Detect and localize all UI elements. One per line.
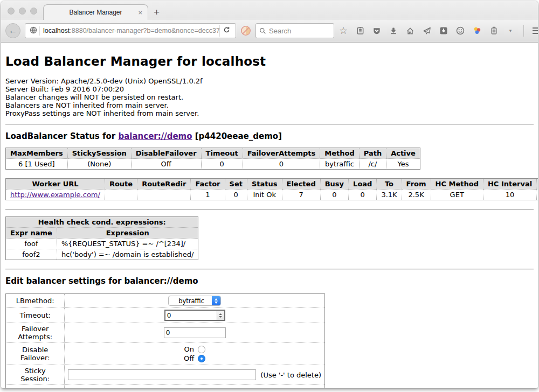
content-blocked-icon[interactable] (240, 25, 251, 36)
col-expr-name: Expr name (6, 228, 57, 239)
status-heading-prefix: LoadBalancer Status for (5, 131, 118, 141)
col-method: Method (320, 148, 359, 159)
timeout-label: Timeout: (6, 308, 65, 323)
col-hc-method: HC Method (431, 179, 483, 190)
balancer-summary-table: MaxMembers StickySession DisableFailover… (5, 148, 420, 170)
tab-bar: Balancer Manager × + (1, 1, 538, 19)
pocket-icon[interactable] (372, 26, 382, 36)
timeout-input-wrap (164, 310, 225, 321)
worker-url-link[interactable]: http://www.example.com/ (10, 191, 100, 199)
sticky-session-input[interactable] (68, 369, 256, 380)
lbmethod-label: LBmethod: (6, 294, 65, 308)
new-tab-button[interactable]: + (154, 6, 160, 18)
timeout-input[interactable] (165, 311, 217, 320)
color-palette-icon[interactable] (472, 26, 482, 36)
cell-route (105, 190, 137, 200)
table-row: http://www.example.com/ 1 0 Init Ok 7 0 … (6, 190, 538, 200)
tab-balancer-manager[interactable]: Balancer Manager × (43, 4, 148, 20)
cell-busy: 0 (320, 190, 348, 200)
cell-hc-method: GET (431, 190, 483, 200)
col-route: Route (105, 179, 137, 190)
table-row: foof %{REQUEST_STATUS} =~ /^[234]/ (6, 239, 198, 249)
search-bar[interactable] (255, 23, 334, 38)
failover-attempts-input[interactable] (164, 327, 226, 338)
containers-icon[interactable] (489, 26, 499, 36)
reload-button[interactable] (219, 25, 233, 37)
col-timeout: Timeout (201, 148, 243, 159)
cell-maxmembers: 6 [1 Used] (6, 159, 68, 170)
form-row-add-worker: Add New Worker: Are you sure? (6, 385, 325, 388)
back-button[interactable]: ← (5, 23, 20, 38)
col-set: Set (225, 179, 247, 190)
table-header-row: Expr name Expression (6, 228, 198, 239)
server-built-line: Server Built: Feb 9 2016 07:00:20 (5, 85, 534, 93)
home-icon[interactable] (405, 26, 415, 36)
cell-expression: %{REQUEST_STATUS} =~ /^[234]/ (57, 239, 198, 249)
cell-method: bytraffic (320, 159, 359, 170)
cell-status: Init Ok (247, 190, 282, 200)
url-text[interactable]: localhost:8880/balancer-manager?b=demo&n… (40, 27, 219, 34)
persist-notice-line: Balancer changes will NOT be persisted o… (5, 93, 534, 101)
close-window-button[interactable] (8, 8, 15, 15)
form-row-failover-attempts: Failover Attempts: (6, 323, 325, 343)
form-row-sticky-session: Sticky Session: (Use '-' to delete) (6, 365, 325, 385)
col-load: Load (349, 179, 377, 190)
table-title-row: Health check cond. expressions: (6, 217, 198, 228)
tab-title: Balancer Manager (69, 9, 122, 16)
cell-set: 0 (225, 190, 247, 200)
disable-failover-off-radio[interactable] (198, 355, 205, 362)
table-row: 6 [1 Used] (None) Off 0 0 bytraffic /c/ … (6, 159, 420, 170)
divider (5, 269, 534, 270)
form-row-disable-failover: Disable Failover: On Off (6, 343, 325, 365)
add-worker-label: Add New Worker: (6, 385, 65, 388)
zoom-window-button[interactable] (30, 8, 37, 15)
edit-balancer-heading: Edit balancer settings for balancer://de… (5, 276, 534, 286)
divider (5, 124, 534, 125)
table-header-row: Worker URL Route RouteRedir Factor Set S… (6, 179, 538, 190)
health-check-table: Health check cond. expressions: Expr nam… (5, 216, 198, 260)
tab-close-icon[interactable]: × (138, 9, 142, 17)
lbmethod-selected-value: bytraffic (169, 297, 212, 305)
number-spinner-icon[interactable] (217, 311, 224, 320)
cell-from: 2.5K (402, 190, 431, 200)
sticky-session-hint: (Use '-' to delete) (260, 371, 321, 379)
cell-disablefailover: Off (131, 159, 201, 170)
disable-failover-on-radio[interactable] (198, 346, 205, 353)
off-radio-label: Off (184, 354, 194, 363)
cell-expr-name: foof (6, 239, 57, 249)
status-heading-suffix: [p4420eeae_demo] (192, 131, 282, 141)
back-arrow-icon: ← (9, 26, 17, 36)
browser-window: Balancer Manager × + ← localhost:8880/ba… (1, 1, 538, 388)
balancer-demo-link[interactable]: balancer://demo (118, 131, 192, 141)
hamburger-menu-icon[interactable] (532, 26, 538, 36)
reading-list-icon[interactable] (355, 26, 365, 36)
download-icon[interactable] (389, 26, 398, 36)
send-tab-icon[interactable] (422, 26, 432, 36)
lbmethod-select[interactable]: bytraffic (168, 296, 221, 306)
col-expression: Expression (57, 228, 198, 239)
table-header-row: MaxMembers StickySession DisableFailover… (6, 148, 420, 159)
minimize-window-button[interactable] (19, 8, 26, 15)
col-status: Status (247, 179, 282, 190)
inherit-notice-line: Balancers are NOT inherited from main se… (5, 101, 534, 109)
dropdown-caret-icon[interactable]: ▾ (506, 26, 515, 36)
form-row-timeout: Timeout: (6, 308, 325, 323)
col-from: From (402, 179, 431, 190)
cell-expr-name: foof2 (6, 249, 57, 260)
col-maxmembers: MaxMembers (6, 148, 68, 159)
proxypass-notice-line: ProxyPass settings are NOT inherited fro… (5, 109, 534, 117)
col-to: To (377, 179, 402, 190)
url-bar[interactable]: localhost:8880/balancer-manager?b=demo&n… (25, 23, 236, 38)
cell-passes: 1 (0) (537, 190, 538, 200)
bookmark-star-icon[interactable]: ☆ (338, 26, 348, 36)
cell-elected: 7 (282, 190, 320, 200)
col-factor: Factor (191, 179, 225, 190)
feedback-smiley-icon[interactable] (455, 26, 465, 36)
search-input[interactable] (269, 27, 323, 35)
col-path: Path (359, 148, 386, 159)
cell-expression: hc('body') =~ /domain is established/ (57, 249, 198, 260)
cell-timeout: 0 (201, 159, 243, 170)
col-busy: Busy (320, 179, 348, 190)
cell-load: 0 (349, 190, 377, 200)
panel-download-icon[interactable] (439, 26, 448, 36)
